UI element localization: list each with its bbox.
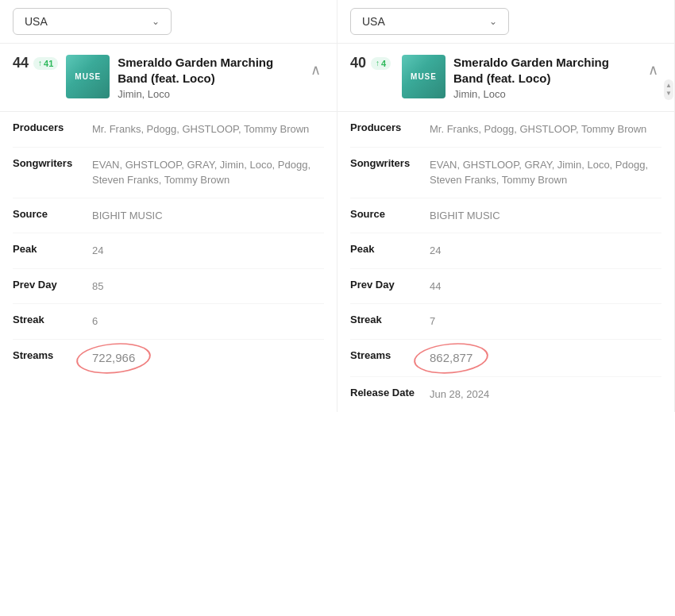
right-value-producers: Mr. Franks, Pdogg, GHSTLOOP, Tommy Brown (430, 121, 662, 137)
left-value-streams: 722,966 (92, 349, 324, 368)
left-value-songwriters: EVAN, GHSTLOOP, GRAY, Jimin, Loco, Pdogg… (92, 157, 324, 188)
left-detail-peak: Peak 24 (13, 233, 324, 269)
left-expand-button[interactable]: ∧ (307, 58, 324, 82)
right-label-streak: Streak (350, 314, 430, 325)
left-panel: USA ⌄ 44 ↑ 41 MUSE Smeraldo Garden March… (0, 0, 338, 412)
left-detail-streak: Streak 6 (13, 304, 324, 340)
right-song-artists: Jimin, Loco (453, 88, 637, 100)
right-label-songwriters: Songwriters (350, 157, 430, 169)
left-details-section: Producers Mr. Franks, Pdogg, GHSTLOOP, T… (0, 112, 337, 376)
left-detail-streams: Streams 722,966 (13, 340, 324, 377)
left-value-prevday: 85 (92, 279, 324, 295)
right-dropdown-chevron-icon: ⌄ (489, 16, 497, 27)
left-detail-producers: Producers Mr. Franks, Pdogg, GHSTLOOP, T… (13, 112, 324, 148)
left-song-card: 44 ↑ 41 MUSE Smeraldo Garden Marching Ba… (0, 44, 337, 112)
right-panel: USA ⌄ 40 ↑ 4 MUSE Smeraldo Garden Marchi… (338, 0, 675, 412)
left-value-producers: Mr. Franks, Pdogg, GHSTLOOP, Tommy Brown (92, 121, 324, 137)
left-song-info: Smeraldo Garden Marching Band (feat. Loc… (118, 55, 299, 100)
left-value-peak: 24 (92, 243, 324, 259)
right-rank-area: 40 ↑ 4 (350, 55, 394, 71)
left-label-source: Source (13, 208, 92, 220)
right-rank-badge: ↑ 4 (371, 57, 391, 70)
right-label-source: Source (350, 208, 430, 220)
left-value-streak: 6 (92, 314, 324, 329)
right-rank-number: 40 (350, 55, 366, 71)
right-label-releasedate: Release Date (350, 387, 430, 398)
right-value-peak: 24 (430, 243, 662, 259)
right-song-title: Smeraldo Garden Marching Band (feat. Loc… (453, 55, 637, 86)
right-value-streams: 862,877 (430, 349, 662, 368)
right-song-card: 40 ↑ 4 MUSE Smeraldo Garden Marching Ban… (338, 44, 674, 112)
right-detail-streak: Streak 7 (350, 304, 662, 340)
left-country-dropdown[interactable]: USA ⌄ (13, 8, 172, 35)
right-detail-prevday: Prev Day 44 (350, 269, 662, 305)
left-label-songwriters: Songwriters (13, 157, 92, 169)
right-label-producers: Producers (350, 121, 430, 133)
right-value-songwriters: EVAN, GHSTLOOP, GRAY, Jimin, Loco, Pdogg… (430, 157, 662, 188)
left-rank-change: 41 (44, 59, 53, 68)
left-album-art: MUSE (66, 55, 110, 98)
right-song-info: Smeraldo Garden Marching Band (feat. Loc… (453, 55, 637, 100)
right-expand-button[interactable]: ∧ (645, 58, 662, 82)
right-value-prevday: 44 (430, 279, 662, 295)
left-rank-badge: ↑ 41 (33, 57, 58, 70)
right-dropdown-value: USA (362, 15, 385, 28)
right-value-source: BIGHIT MUSIC (430, 208, 662, 224)
left-rank-number: 44 (13, 55, 29, 71)
scroll-up-icon[interactable]: ▲ (665, 83, 672, 89)
main-container: USA ⌄ 44 ↑ 41 MUSE Smeraldo Garden March… (0, 0, 675, 412)
right-album-art: MUSE (402, 55, 446, 98)
right-scrollbar[interactable]: ▲ ▼ (664, 79, 673, 100)
right-detail-source: Source BIGHIT MUSIC (350, 198, 662, 234)
left-detail-songwriters: Songwriters EVAN, GHSTLOOP, GRAY, Jimin,… (13, 148, 324, 198)
left-label-peak: Peak (13, 243, 92, 255)
right-details-section: Producers Mr. Franks, Pdogg, GHSTLOOP, T… (338, 112, 674, 412)
left-song-title: Smeraldo Garden Marching Band (feat. Loc… (118, 55, 299, 86)
left-label-producers: Producers (13, 121, 92, 133)
right-label-peak: Peak (350, 243, 430, 255)
left-dropdown-chevron-icon: ⌄ (152, 16, 160, 27)
right-detail-streams: Streams 862,877 (350, 340, 662, 378)
right-label-streams: Streams (350, 349, 430, 361)
right-label-prevday: Prev Day (350, 279, 430, 291)
left-dropdown-value: USA (25, 15, 48, 28)
left-album-art-text: MUSE (75, 72, 101, 82)
left-detail-source: Source BIGHIT MUSIC (13, 198, 324, 234)
left-label-streak: Streak (13, 314, 92, 325)
right-rank-up-icon: ↑ (376, 59, 380, 67)
left-streams-circle: 722,966 (92, 349, 135, 368)
left-detail-prevday: Prev Day 85 (13, 269, 324, 305)
scroll-down-icon[interactable]: ▼ (665, 90, 672, 97)
right-detail-songwriters: Songwriters EVAN, GHSTLOOP, GRAY, Jimin,… (350, 148, 662, 198)
right-country-dropdown[interactable]: USA ⌄ (350, 8, 509, 35)
right-value-streak: 7 (430, 314, 662, 329)
right-panel-wrapper: USA ⌄ 40 ↑ 4 MUSE Smeraldo Garden Marchi… (338, 0, 675, 412)
right-album-art-text: MUSE (411, 72, 437, 82)
right-detail-peak: Peak 24 (350, 233, 662, 269)
left-rank-up-icon: ↑ (38, 59, 42, 67)
right-rank-change: 4 (381, 59, 386, 68)
left-value-source: BIGHIT MUSIC (92, 208, 324, 224)
right-dropdown-bar: USA ⌄ (338, 0, 674, 44)
left-label-streams: Streams (13, 349, 92, 361)
right-detail-producers: Producers Mr. Franks, Pdogg, GHSTLOOP, T… (350, 112, 662, 148)
right-value-releasedate: Jun 28, 2024 (430, 387, 662, 402)
left-song-artists: Jimin, Loco (118, 88, 299, 100)
left-dropdown-bar: USA ⌄ (0, 0, 337, 44)
right-detail-releasedate: Release Date Jun 28, 2024 (350, 377, 662, 412)
right-streams-circle: 862,877 (430, 349, 472, 368)
left-label-prevday: Prev Day (13, 279, 92, 291)
left-rank-area: 44 ↑ 41 (13, 55, 58, 71)
